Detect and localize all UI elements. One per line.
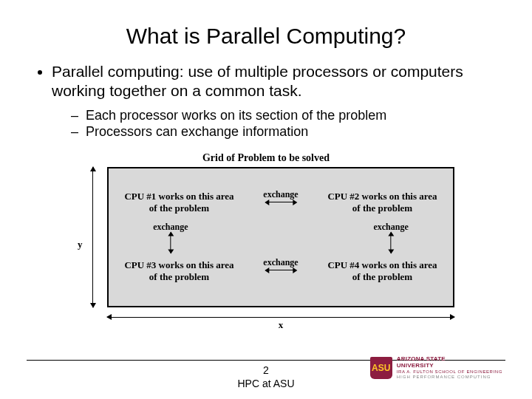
exchange-right: exchange bbox=[373, 221, 408, 253]
x-axis-label: x bbox=[279, 319, 284, 331]
cpu-4-cell: CPU #4 works on this area of the problem bbox=[281, 237, 453, 306]
exchange-bottom: exchange bbox=[263, 257, 298, 270]
double-arrow-vertical-icon bbox=[170, 232, 171, 253]
diagram-caption: Grid of Problem to be solved bbox=[33, 152, 499, 164]
grid-box: CPU #1 works on this area of the problem… bbox=[107, 167, 454, 307]
slide-title: What is Parallel Computing? bbox=[33, 24, 499, 49]
cpu-2-line2: of the problem bbox=[352, 202, 412, 214]
double-arrow-horizontal-icon bbox=[265, 270, 296, 270]
double-arrow-vertical-icon bbox=[391, 232, 392, 253]
logo-line-3: IRA A. FULTON SCHOOL OF ENGINEERING bbox=[397, 369, 502, 375]
exchange-top-label: exchange bbox=[263, 189, 298, 200]
cpu-3-cell: CPU #3 works on this area of the problem bbox=[109, 237, 281, 306]
cpu-1-line1: CPU #1 works on this area bbox=[124, 191, 233, 202]
footer: 2 HPC at ASU ASU ARIZONA STATE UNIVERSIT… bbox=[0, 360, 532, 390]
logo-line-2: UNIVERSITY bbox=[397, 363, 502, 369]
cpu-2-cell: CPU #2 works on this area of the problem bbox=[281, 168, 453, 237]
exchange-left: exchange bbox=[153, 221, 188, 253]
bullet-main-text: Parallel computing: use of multiple proc… bbox=[52, 63, 463, 99]
exchange-left-label: exchange bbox=[153, 221, 188, 231]
x-axis-arrow bbox=[107, 317, 454, 318]
logo-line-4: HIGH PERFORMANCE COMPUTING bbox=[397, 375, 502, 380]
cpu-1-cell: CPU #1 works on this area of the problem bbox=[109, 168, 281, 237]
exchange-bottom-label: exchange bbox=[263, 257, 298, 267]
cpu-1-line2: of the problem bbox=[149, 202, 209, 214]
exchange-top: exchange bbox=[263, 189, 298, 202]
y-axis-label: y bbox=[78, 239, 83, 250]
cpu-2-line1: CPU #2 works on this area bbox=[327, 191, 437, 202]
double-arrow-horizontal-icon bbox=[265, 202, 296, 202]
y-axis-arrow bbox=[92, 167, 93, 307]
bullet-list: Parallel computing: use of multiple proc… bbox=[33, 62, 499, 140]
cpu-4-line1: CPU #4 works on this area bbox=[327, 259, 437, 271]
bullet-sub-1: Each processor works on its section of t… bbox=[71, 107, 499, 124]
exchange-right-label: exchange bbox=[373, 221, 408, 231]
slide: What is Parallel Computing? Parallel com… bbox=[0, 0, 532, 399]
cpu-3-line1: CPU #3 works on this area bbox=[124, 259, 233, 271]
cpu-4-line2: of the problem bbox=[352, 271, 412, 283]
cpu-3-line2: of the problem bbox=[149, 271, 209, 283]
asu-logo: ASU ARIZONA STATE UNIVERSITY IRA A. FULT… bbox=[370, 356, 502, 380]
asu-shield-icon: ASU bbox=[370, 357, 392, 379]
asu-logo-text: ARIZONA STATE UNIVERSITY IRA A. FULTON S… bbox=[397, 356, 502, 380]
bullet-main: Parallel computing: use of multiple proc… bbox=[52, 62, 499, 140]
diagram: y CPU #1 works on this area of the probl… bbox=[78, 167, 454, 322]
bullet-sub-2: Processors can exchange information bbox=[71, 123, 499, 140]
